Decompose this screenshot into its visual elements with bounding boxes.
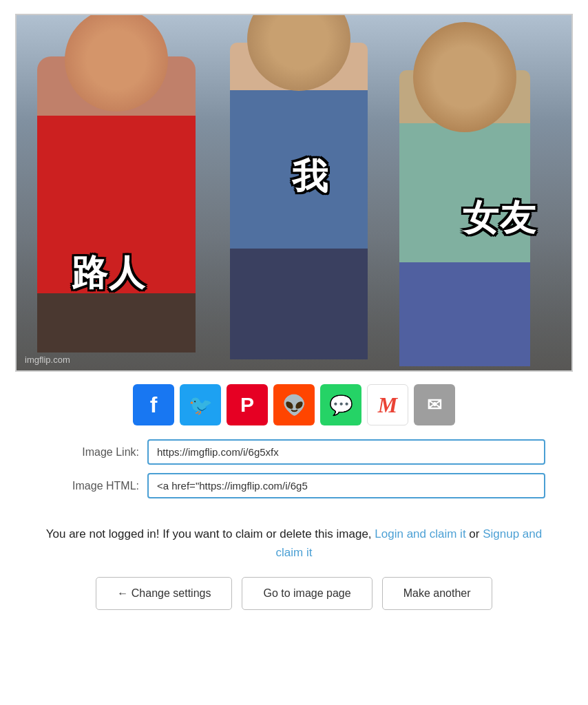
change-settings-button[interactable]: ← Change settings xyxy=(96,577,232,610)
image-html-label: Image HTML: xyxy=(43,480,139,492)
image-link-row: Image Link: xyxy=(43,439,545,465)
share-reddit-button[interactable]: 👽 xyxy=(273,384,315,425)
share-twitter-button[interactable]: 🐦 xyxy=(180,384,221,425)
label-left: 路人 xyxy=(72,249,146,297)
image-html-input[interactable] xyxy=(147,473,545,498)
meme-image-wrapper: 路人 我 女友 imgflip.com xyxy=(15,14,573,372)
share-row: f 🐦 P 👽 💬 M ✉ xyxy=(133,384,455,425)
share-email-button[interactable]: ✉ xyxy=(414,384,455,425)
login-msg-part1: You are not logged in! If you want to cl… xyxy=(46,527,372,540)
label-center: 我 xyxy=(292,153,329,201)
reddit-icon: 👽 xyxy=(282,394,306,417)
share-gmail-button[interactable]: M xyxy=(367,384,408,425)
share-facebook-button[interactable]: f xyxy=(133,384,174,425)
facebook-icon: f xyxy=(150,392,158,418)
imgflip-watermark: imgflip.com xyxy=(25,355,70,365)
login-message: You are not logged in! If you want to cl… xyxy=(15,525,573,562)
person-center xyxy=(230,43,368,359)
twitter-icon: 🐦 xyxy=(189,394,213,417)
image-link-label: Image Link: xyxy=(43,446,139,459)
go-to-image-button[interactable]: Go to image page xyxy=(242,577,372,610)
login-link[interactable]: Login and claim it xyxy=(375,527,465,540)
email-icon: ✉ xyxy=(427,394,442,416)
meme-canvas: 路人 我 女友 imgflip.com xyxy=(15,14,573,372)
page-container: 路人 我 女友 imgflip.com f 🐦 P 👽 💬 M ✉ xyxy=(15,14,573,624)
person-left xyxy=(37,56,196,352)
gmail-icon: M xyxy=(378,392,397,418)
image-link-input[interactable] xyxy=(147,439,545,465)
whatsapp-icon: 💬 xyxy=(329,394,353,417)
share-whatsapp-button[interactable]: 💬 xyxy=(320,384,361,425)
share-pinterest-button[interactable]: P xyxy=(227,384,268,425)
bottom-buttons: ← Change settings Go to image page Make … xyxy=(96,577,492,610)
label-right: 女友 xyxy=(463,194,537,242)
image-html-row: Image HTML: xyxy=(43,473,545,498)
pinterest-icon: P xyxy=(240,393,254,417)
make-another-button[interactable]: Make another xyxy=(382,577,492,610)
login-msg-middle: or xyxy=(469,527,483,540)
form-section: Image Link: Image HTML: xyxy=(15,439,573,507)
